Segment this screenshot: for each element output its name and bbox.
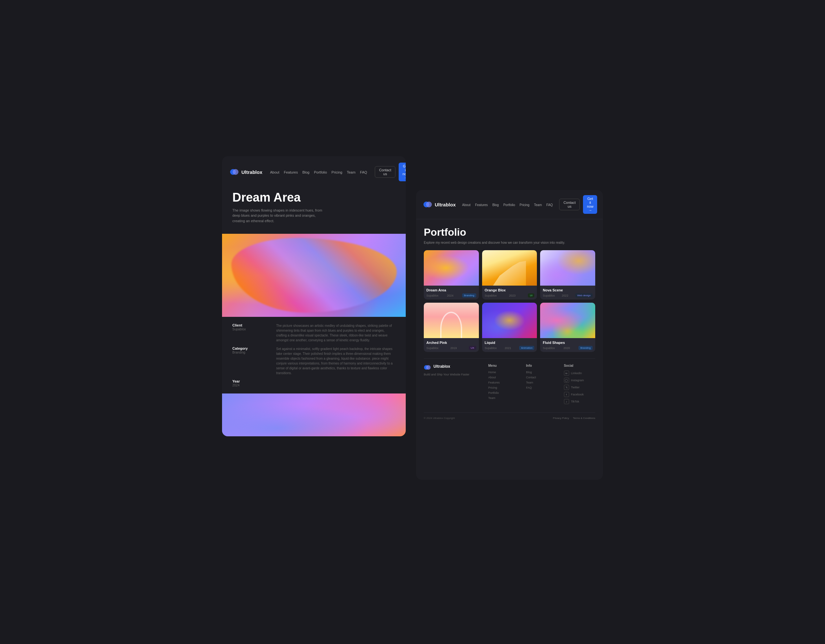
arch-graphic	[440, 312, 462, 338]
left-logo[interactable]: Ultrablox	[230, 168, 262, 176]
nav-about[interactable]: About	[270, 170, 280, 174]
footer-info-team[interactable]: Team	[526, 381, 557, 384]
nav-faq[interactable]: FAQ	[360, 170, 367, 174]
row-liquid: Supablox 2021 Animation	[485, 346, 535, 350]
row-nova: Supablox 2022 Web design	[543, 293, 593, 297]
client-dream: Supablox	[426, 294, 439, 297]
year-dream: 2024	[447, 294, 453, 297]
category-value: Branding	[232, 351, 271, 354]
portfolio-item-dream[interactable]: Dream Area Supablox 2024 Branding	[424, 250, 479, 299]
rnav-faq[interactable]: FAQ	[546, 203, 553, 207]
tag-dream: Branding	[462, 293, 476, 297]
footer-menu-pricing[interactable]: Pricing	[488, 386, 519, 389]
footer-social-linkedin[interactable]: in LinkedIn	[564, 371, 595, 376]
footer-social-title: Social	[564, 364, 595, 367]
portfolio-item-fluid[interactable]: Fluid Shapes Supablox 2020 Branding	[540, 303, 595, 352]
row-arched: Supablox 2019 UX	[426, 346, 476, 350]
footer-info-contact[interactable]: Contact	[526, 376, 557, 379]
right-contact-button[interactable]: Contact us	[559, 199, 580, 210]
footer-menu-title: Menu	[488, 364, 519, 367]
right-nav-links: About Features Blog Portfolio Pricing Te…	[462, 202, 553, 207]
terms-link[interactable]: Terms & Conditions	[573, 417, 595, 419]
rnav-team[interactable]: Team	[534, 203, 542, 207]
linkedin-icon: in	[564, 371, 569, 376]
portfolio-item-liquid[interactable]: Liquid Supablox 2021 Animation	[482, 303, 537, 352]
right-nav: Ultrablox About Features Blog Portfolio …	[416, 190, 603, 219]
footer-menu-features[interactable]: Features	[488, 381, 519, 384]
footer-logo[interactable]: Ultrablox	[424, 364, 482, 371]
right-get-now-button[interactable]: Get it now →	[583, 195, 597, 214]
footer-social-twitter[interactable]: 𝕏 Twitter	[564, 385, 595, 390]
row-orange: Supablox 2023 UI	[485, 293, 535, 297]
footer-top: Ultrablox Build and Ship Your Website Fa…	[424, 364, 595, 406]
thumb-arched-inner	[424, 303, 479, 338]
logo-icon	[230, 168, 239, 176]
client-label: Client	[232, 323, 271, 327]
portfolio-title: Portfolio	[424, 226, 595, 238]
thumb-liquid-inner	[482, 303, 537, 338]
portfolio-item-arched[interactable]: Arched Pink Supablox 2019 UX	[424, 303, 479, 352]
nav-team[interactable]: Team	[347, 170, 355, 174]
portfolio-content: Portfolio Explore my recent web design c…	[416, 219, 603, 427]
meta-nova: Nova Scene Supablox 2022 Web design	[540, 286, 595, 299]
tag-liquid: Animation	[519, 346, 535, 350]
portfolio-item-nova[interactable]: Nova Scene Supablox 2022 Web design	[540, 250, 595, 299]
right-card: Ultrablox About Features Blog Portfolio …	[416, 190, 603, 480]
footer-menu-home[interactable]: Home	[488, 371, 519, 374]
footer-links: Privacy Policy Terms & Conditions	[553, 417, 595, 419]
client-fluid: Supablox	[543, 347, 555, 350]
row-dream: Supablox 2024 Branding	[426, 293, 476, 297]
desc-2: Set against a minimalist, softly gradien…	[276, 347, 396, 376]
footer-logo-icon	[424, 364, 431, 371]
right-logo[interactable]: Ultrablox	[423, 200, 456, 209]
bottom-image-inner	[222, 393, 406, 436]
nav-pricing[interactable]: Pricing	[332, 170, 343, 174]
contact-button[interactable]: Contact us	[375, 166, 396, 178]
footer-social-instagram[interactable]: ◯ Instagram	[564, 378, 595, 383]
year-nova: 2022	[562, 294, 568, 297]
nav-features[interactable]: Features	[284, 170, 298, 174]
tag-arched: UX	[469, 346, 476, 350]
logo-text: Ultrablox	[241, 169, 262, 175]
footer-menu-team[interactable]: Team	[488, 396, 519, 400]
rnav-blog[interactable]: Blog	[493, 203, 499, 207]
rnav-portfolio[interactable]: Portfolio	[504, 203, 515, 207]
svg-point-3	[426, 202, 432, 207]
year-filler	[276, 379, 396, 387]
portfolio-grid: Dream Area Supablox 2024 Branding Orang	[424, 250, 595, 352]
name-dream: Dream Area	[426, 288, 476, 292]
footer-menu-about[interactable]: About	[488, 376, 519, 379]
rnav-pricing[interactable]: Pricing	[519, 203, 530, 207]
left-nav: Ultrablox About Features Blog Portfolio …	[222, 156, 406, 188]
client-arched: Supablox	[426, 347, 439, 350]
right-logo-text: Ultrablox	[435, 202, 456, 207]
category-desc: Set against a minimalist, softly gradien…	[276, 347, 396, 376]
left-nav-actions: Contact us Get it now →	[375, 163, 406, 181]
rnav-about[interactable]: About	[462, 203, 471, 207]
footer-logo-text: Ultrablox	[433, 364, 450, 369]
thumb-fluid-shapes	[540, 303, 595, 338]
meta-liquid: Liquid Supablox 2021 Animation	[482, 338, 537, 352]
privacy-link[interactable]: Privacy Policy	[553, 417, 569, 419]
svg-point-1	[233, 169, 238, 175]
thumb-fluid-inner	[540, 303, 595, 338]
footer-menu-portfolio[interactable]: Portfolio	[488, 391, 519, 394]
footer-social-tiktok[interactable]: ♪ TikTok	[564, 399, 595, 404]
footer-social-col: Social in LinkedIn ◯ Instagram 𝕏 Twitter	[564, 364, 595, 406]
rnav-features[interactable]: Features	[475, 203, 488, 207]
footer-info-faq[interactable]: FAQ	[526, 386, 557, 389]
portfolio-item-orange[interactable]: Orange Blox Supablox 2023 UI	[482, 250, 537, 299]
footer-social-facebook[interactable]: f Facebook	[564, 392, 595, 397]
project-details: Client Supablox The picture showcases an…	[222, 317, 406, 393]
client-liquid: Supablox	[485, 347, 497, 350]
meta-dream: Dream Area Supablox 2024 Branding	[424, 286, 479, 299]
thumb-orange-inner	[482, 250, 537, 286]
get-now-button[interactable]: Get it now →	[399, 163, 406, 181]
footer-bottom: © 2024 Ultrablox Copyright Privacy Polic…	[424, 413, 595, 419]
nav-portfolio[interactable]: Portfolio	[314, 170, 327, 174]
desc-1: The picture showcases an artistic medley…	[276, 323, 396, 343]
row-fluid: Supablox 2020 Branding	[543, 346, 593, 350]
client-value: Supablox	[232, 328, 271, 331]
nav-blog[interactable]: Blog	[302, 170, 309, 174]
footer-info-blog[interactable]: Blog	[526, 371, 557, 374]
